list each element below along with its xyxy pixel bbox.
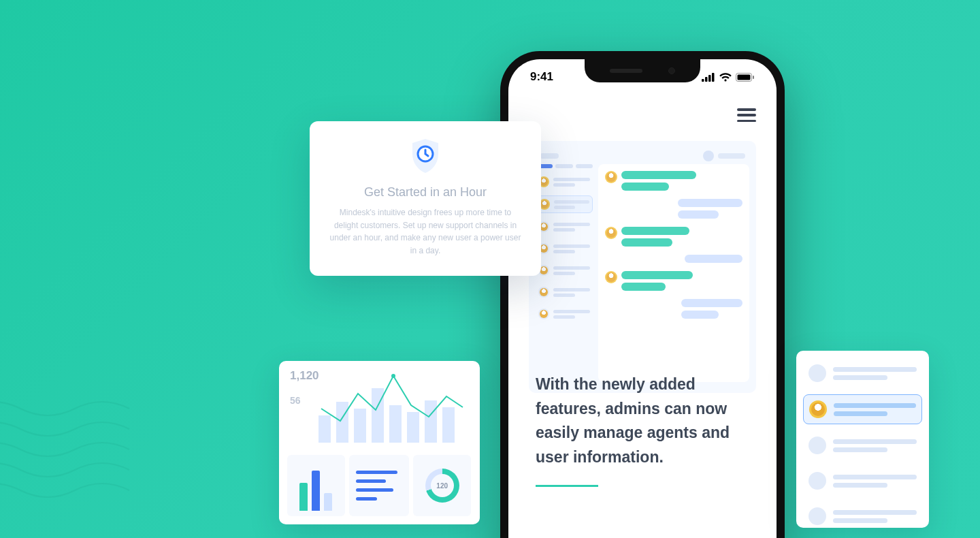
svg-rect-13 [712,73,715,82]
phone-mockup: 9:41 [500,51,785,538]
cellular-icon [702,73,715,82]
phone-notch [585,59,700,82]
svg-rect-16 [753,76,754,79]
contact-item-selected[interactable] [803,394,922,424]
wifi-icon [719,73,732,82]
analytics-card: 1,120 56 120 [279,361,480,524]
contacts-card [796,351,929,528]
feature-title: Get Started in an Hour [329,185,522,200]
svg-point-9 [391,374,395,378]
contact-item[interactable] [803,466,922,495]
svg-rect-3 [354,409,366,443]
svg-rect-7 [425,400,437,443]
svg-rect-2 [336,402,348,443]
contact-item[interactable] [803,359,922,387]
feature-card: Get Started in an Hour Mindesk's intuiti… [310,121,541,276]
shield-clock-icon [410,138,441,174]
svg-rect-6 [407,412,419,443]
svg-rect-5 [389,405,402,443]
feature-body: Mindesk's intuitive design frees up more… [329,206,522,257]
chat-illustration [529,141,756,393]
donut-value: 120 [436,482,448,490]
contact-item[interactable] [803,431,922,460]
status-time: 9:41 [530,70,553,84]
svg-rect-11 [705,77,708,82]
phone-headline: With the newly added features, admins ca… [536,373,749,487]
headline-underline [536,485,598,487]
background-waves [0,395,143,534]
menu-button[interactable] [737,108,756,122]
contact-item[interactable] [803,502,922,531]
svg-rect-10 [702,79,704,82]
combo-chart [287,368,471,449]
svg-rect-12 [708,75,711,82]
mini-bar-chart [287,455,345,516]
svg-rect-15 [738,74,751,80]
svg-rect-8 [442,407,455,443]
svg-rect-1 [318,415,331,443]
mini-line-list [349,455,410,516]
mini-donut-chart: 120 [413,455,471,516]
battery-icon [736,73,755,82]
